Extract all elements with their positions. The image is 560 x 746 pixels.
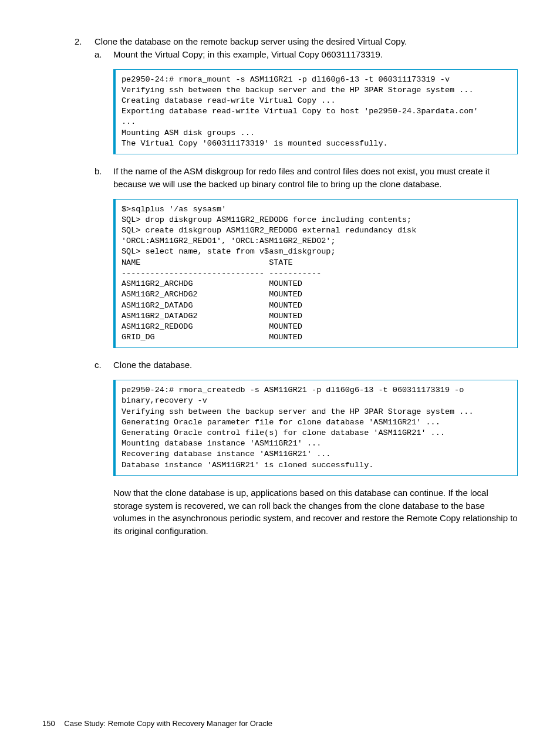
step-2: 2. Clone the database on the remote back… (75, 35, 518, 538)
substep-a-letter: a. (95, 48, 102, 61)
step-number: 2. (75, 35, 82, 48)
substep-c-text: Clone the database. (113, 360, 192, 370)
closing-paragraph: Now that the clone database is up, appli… (113, 487, 518, 538)
page-footer: 150 Case Study: Remote Copy with Recover… (42, 718, 272, 730)
substep-b: b. If the name of the ASM diskgroup for … (95, 165, 518, 191)
substep-a: a. Mount the Virtual Copy; in this examp… (95, 48, 518, 61)
substep-b-text: If the name of the ASM diskgroup for red… (113, 166, 490, 189)
step-text: Clone the database on the remote backup … (95, 36, 407, 46)
substep-c: c. Clone the database. (95, 359, 518, 372)
footer-title: Case Study: Remote Copy with Recovery Ma… (64, 719, 272, 728)
substep-a-text: Mount the Virtual Copy; in this example,… (113, 49, 383, 59)
code-block-c: pe2950-24:# rmora_createdb -s ASM11GR21 … (113, 380, 518, 476)
page-number: 150 (42, 719, 55, 728)
substep-b-letter: b. (95, 165, 102, 178)
page-content: 2. Clone the database on the remote back… (75, 35, 518, 538)
substep-c-letter: c. (95, 359, 102, 372)
code-block-b: $>sqlplus '/as sysasm' SQL> drop diskgro… (113, 199, 518, 349)
code-block-a: pe2950-24:# rmora_mount -s ASM11GR21 -p … (113, 69, 518, 155)
